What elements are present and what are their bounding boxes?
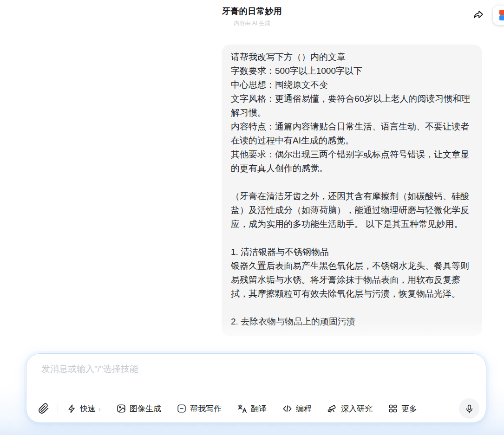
message-input[interactable]: [40, 362, 474, 393]
ai-generated-note: 内容由 AI 生成: [0, 19, 504, 27]
chat-header: 牙膏的日常妙用 内容由 AI 生成: [0, 0, 504, 27]
more-grid-icon: [388, 403, 398, 414]
tool-button-writing[interactable]: 帮我写作: [176, 402, 223, 416]
chevron-right-icon: ›: [98, 405, 101, 413]
tool-label: 编程: [296, 403, 312, 414]
share-icon: [472, 8, 484, 20]
code-icon: [282, 403, 293, 414]
attach-button[interactable]: [37, 402, 51, 416]
tool-label: 深入研究: [341, 403, 373, 414]
write-doc-icon: [177, 403, 187, 414]
chat-scroll-area[interactable]: 请帮我改写下方（）内的文章 字数要求：500字以上1000字以下 中心思想：围绕…: [0, 28, 504, 354]
mic-button[interactable]: [459, 398, 479, 419]
logo-red-square: [499, 10, 504, 15]
paperclip-icon: [38, 403, 49, 414]
tool-button-quick[interactable]: 快速 ›: [66, 402, 102, 416]
tool-label: 帮我写作: [190, 403, 222, 414]
composer-toolbar: 快速 › 图像生成 帮我写作: [37, 398, 479, 419]
tool-button-image-gen[interactable]: 图像生成: [115, 402, 162, 416]
translate-icon: [237, 403, 248, 414]
tool-button-more[interactable]: 更多: [387, 402, 418, 416]
tool-button-translate[interactable]: 翻译: [236, 402, 268, 416]
user-message-text: 请帮我改写下方（）内的文章 字数要求：500字以上1000字以下 中心思想：围绕…: [231, 50, 473, 329]
extension-logo-icon: [499, 10, 504, 20]
toolbar-divider: [58, 403, 58, 414]
lightning-icon: [67, 404, 77, 414]
tool-label: 快速: [80, 403, 96, 414]
logo-blue-square: [499, 15, 504, 20]
tool-button-research[interactable]: 深入研究: [326, 402, 373, 416]
tool-label: 图像生成: [130, 403, 161, 414]
image-icon: [116, 403, 126, 414]
page-title: 牙膏的日常妙用: [0, 6, 504, 17]
share-button[interactable]: [471, 7, 486, 22]
tool-button-code[interactable]: 编程: [281, 402, 313, 416]
tool-label: 更多: [401, 403, 417, 414]
user-message-bubble: 请帮我改写下方（）内的文章 字数要求：500字以上1000字以下 中心思想：围绕…: [222, 45, 482, 336]
app-window: 牙膏的日常妙用 内容由 AI 生成 请帮我改写下方（）内的文章 字数要求：500…: [0, 0, 504, 435]
microphone-icon: [465, 404, 474, 414]
extension-badge[interactable]: [493, 6, 504, 25]
tool-label: 翻译: [251, 403, 267, 414]
composer: 快速 › 图像生成 帮我写作: [26, 353, 486, 423]
research-telescope-icon: [327, 403, 338, 414]
